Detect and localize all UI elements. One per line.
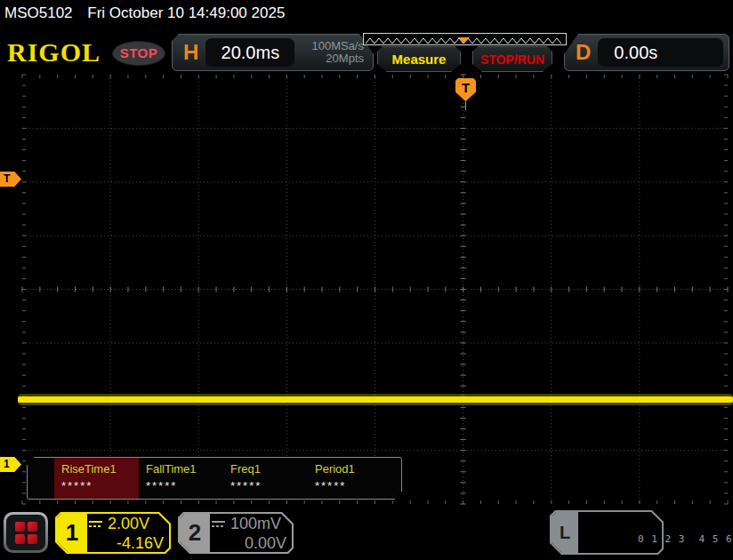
channel1-badge[interactable]: 1 2.00V -4.16V xyxy=(55,512,171,554)
model-name: MSO5102 xyxy=(4,4,73,21)
datetime: Fri October 10 14:49:00 2025 xyxy=(87,4,285,21)
memory-waveform-icon xyxy=(364,36,566,46)
status-bar: MSO5102 Fri October 10 14:49:00 2025 xyxy=(0,0,733,28)
rigol-logo: RIGOL xyxy=(7,37,101,68)
logic-analyzer-badge[interactable]: L 0 1 2 3 4 5 6 7 8 9 1011 12131415 xyxy=(550,510,664,555)
channel1-number: 1 xyxy=(57,514,87,552)
channel2-badge[interactable]: 2 100mV 0.00V xyxy=(178,512,294,554)
channel1-offset: -4.16V xyxy=(89,534,164,553)
display-area: T T 1 RiseTime1 ***** FallTime1 ***** Fr… xyxy=(0,71,733,508)
logic-label: L xyxy=(552,512,578,553)
measurement-falltime[interactable]: FallTime1 ***** xyxy=(139,458,223,499)
measurement-freq[interactable]: Freq1 ***** xyxy=(223,458,308,499)
run-state-badge: STOP xyxy=(112,41,165,66)
channel2-scale: 100mV xyxy=(230,515,281,533)
waveform-memory-bar[interactable] xyxy=(363,33,567,45)
delay-value[interactable]: 0.00s xyxy=(598,38,723,67)
measurement-risetime[interactable]: RiseTime1 ***** xyxy=(54,458,139,499)
dc-coupling-icon xyxy=(212,521,225,527)
oscilloscope-screen: MSO5102 Fri October 10 14:49:00 2025 RIG… xyxy=(0,0,733,560)
measurement-period[interactable]: Period1 ***** xyxy=(308,458,392,499)
delay-panel[interactable]: D 0.00s xyxy=(564,34,729,71)
graticule xyxy=(0,71,733,508)
timebase-value[interactable]: 20.0ms xyxy=(205,38,294,67)
horizontal-icon: H xyxy=(183,40,198,65)
stop-run-button[interactable]: STOP/RUN xyxy=(472,46,552,72)
trigger-position-stem xyxy=(465,101,466,110)
acquisition-info: 100MSa/s 20Mpts xyxy=(294,40,373,65)
channel1-scale: 2.00V xyxy=(108,515,149,533)
bottom-bar: 1 2.00V -4.16V 2 100mV 0.00V xyxy=(0,508,733,560)
sample-rate: 100MSa/s xyxy=(311,39,364,52)
channel2-offset: 0.00V xyxy=(212,534,286,553)
dc-coupling-icon xyxy=(89,521,102,527)
measurement-panel[interactable]: RiseTime1 ***** FallTime1 ***** Freq1 **… xyxy=(27,457,402,500)
logic-channel-numbers: 0 1 2 3 4 5 6 7 8 9 1011 12131415 xyxy=(584,516,660,560)
horizontal-panel[interactable]: H 20.0ms 100MSa/s 20Mpts xyxy=(172,34,374,71)
measure-button[interactable]: Measure xyxy=(377,46,461,72)
channel2-number: 2 xyxy=(180,514,210,552)
menu-grid-icon[interactable] xyxy=(4,512,48,553)
delay-icon: D xyxy=(576,40,591,65)
memory-depth: 20Mpts xyxy=(326,52,364,65)
